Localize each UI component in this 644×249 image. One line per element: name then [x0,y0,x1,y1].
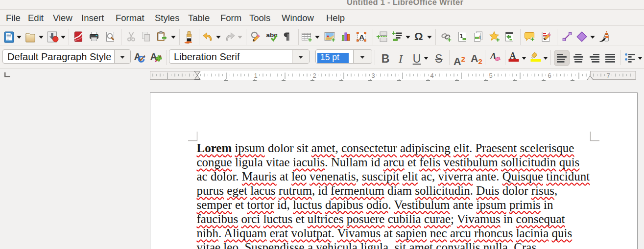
svg-text:6: 6 [548,72,551,79]
svg-text:Ω: Ω [414,30,423,43]
svg-text:A: A [510,51,516,61]
svg-text:5: 5 [489,72,492,79]
svg-text:A: A [359,33,364,41]
svg-text:3: 3 [371,72,375,79]
svg-text:2: 2 [312,72,316,79]
svg-text:7: 7 [606,72,610,79]
svg-text:4: 4 [430,72,433,79]
svg-text:i: i [479,34,481,41]
svg-text:1: 1 [254,72,257,79]
